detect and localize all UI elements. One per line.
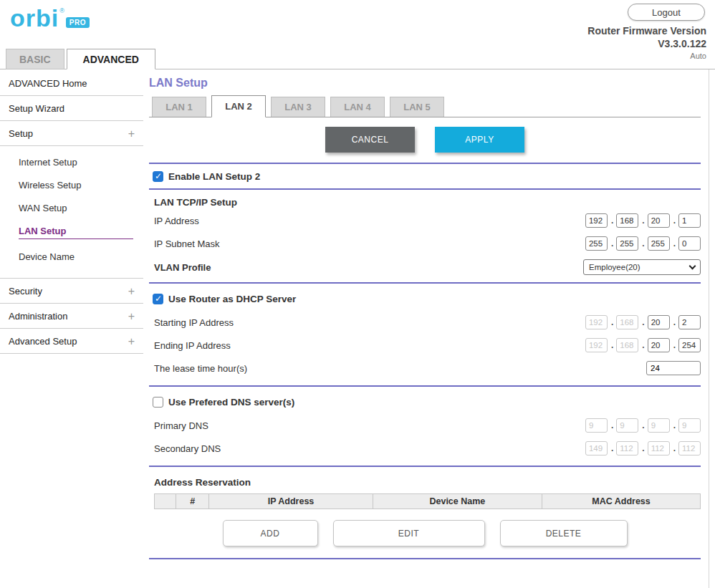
tab-lan-3[interactable]: LAN 3 bbox=[271, 97, 325, 117]
ending-ip-octet-3[interactable] bbox=[678, 338, 701, 352]
starting-ip-octet-2[interactable] bbox=[648, 315, 670, 329]
tab-advanced[interactable]: ADVANCED bbox=[67, 49, 155, 69]
ending-ip-octet-0 bbox=[585, 338, 608, 352]
brand-text: orbi bbox=[10, 4, 59, 32]
ip-address-octet-2[interactable] bbox=[648, 213, 670, 228]
tab-lan-2[interactable]: LAN 2 bbox=[211, 95, 266, 117]
tab-lan-5[interactable]: LAN 5 bbox=[390, 97, 444, 117]
primary-dns-octet-3 bbox=[678, 418, 701, 433]
secondary-dns-label: Secondary DNS bbox=[154, 443, 221, 454]
subnet-octet-1[interactable] bbox=[616, 236, 638, 251]
primary-dns-label: Primary DNS bbox=[154, 420, 208, 431]
octet-dot: . bbox=[642, 216, 644, 226]
reservation-heading: Address Reservation bbox=[149, 467, 701, 489]
plus-icon[interactable]: + bbox=[128, 312, 135, 321]
octet-dot: . bbox=[611, 238, 613, 249]
sidebar: ADVANCED Home Setup Wizard Setup + Inter… bbox=[0, 69, 143, 559]
sidebar-item-advanced-home[interactable]: ADVANCED Home bbox=[0, 71, 143, 96]
plus-icon[interactable]: + bbox=[128, 337, 135, 346]
starting-ip-octet-0 bbox=[585, 315, 608, 329]
octet-dot: . bbox=[642, 317, 644, 327]
octet-dot: . bbox=[642, 420, 644, 430]
secondary-dns-octet-3 bbox=[678, 441, 701, 456]
reservation-buttons: ADD EDIT DELETE bbox=[149, 520, 701, 546]
secondary-dns-octet-2 bbox=[648, 441, 670, 456]
sidebar-item-device-name[interactable]: Device Name bbox=[0, 245, 143, 268]
lan-tabs: LAN 1 LAN 2 LAN 3 LAN 4 LAN 5 bbox=[149, 95, 701, 117]
reservation-header-row: # IP Address Device Name MAC Address bbox=[155, 494, 701, 509]
ip-address-octet-1[interactable] bbox=[616, 213, 638, 228]
subnet-octet-3[interactable] bbox=[678, 236, 701, 251]
add-button[interactable]: ADD bbox=[223, 520, 318, 546]
octet-dot: . bbox=[611, 216, 613, 226]
sidebar-item-administration[interactable]: Administration + bbox=[0, 304, 143, 329]
plus-icon[interactable]: + bbox=[128, 287, 135, 296]
sidebar-item-wan-setup[interactable]: WAN Setup bbox=[0, 196, 143, 219]
tab-basic[interactable]: BASIC bbox=[6, 49, 64, 69]
orbi-logo: orbi ® PRO bbox=[10, 4, 90, 32]
mode-tabs: BASIC ADVANCED bbox=[6, 49, 155, 69]
dhcp-server-row: Use Router as DHCP Server bbox=[149, 284, 701, 311]
dhcp-server-checkbox[interactable] bbox=[153, 294, 163, 304]
edit-button[interactable]: EDIT bbox=[333, 520, 485, 546]
octet-dot: . bbox=[673, 443, 676, 453]
subnet-octet-0[interactable] bbox=[585, 236, 608, 251]
plus-icon[interactable]: + bbox=[128, 130, 135, 138]
secondary-dns-octets: ... bbox=[585, 441, 701, 456]
sidebar-item-label: LAN Setup bbox=[19, 226, 133, 239]
sidebar-item-label: Setup Wizard bbox=[9, 103, 64, 114]
dns-server-checkbox[interactable] bbox=[153, 397, 163, 408]
sidebar-item-label: WAN Setup bbox=[19, 203, 67, 213]
secondary-dns-octet-0 bbox=[585, 441, 608, 456]
ending-ip-octet-1 bbox=[616, 338, 638, 352]
starting-ip-octet-3[interactable] bbox=[678, 315, 701, 329]
secondary-dns-octet-1 bbox=[616, 441, 638, 456]
ending-ip-row: Ending IP Address ... bbox=[149, 334, 701, 357]
cancel-button[interactable]: CANCEL bbox=[325, 127, 415, 153]
sidebar-item-setup[interactable]: Setup + bbox=[0, 121, 143, 146]
octet-dot: . bbox=[673, 420, 676, 430]
enable-lan-label: Enable LAN Setup 2 bbox=[168, 171, 260, 182]
ending-ip-octet-2[interactable] bbox=[648, 338, 670, 352]
sidebar-item-setup-wizard[interactable]: Setup Wizard bbox=[0, 96, 143, 121]
reservation-table: # IP Address Device Name MAC Address bbox=[154, 493, 701, 509]
octet-dot: . bbox=[673, 317, 676, 327]
main-content: LAN Setup LAN 1 LAN 2 LAN 3 LAN 4 LAN 5 … bbox=[143, 69, 715, 559]
starting-ip-label: Starting IP Address bbox=[154, 317, 234, 328]
subnet-octet-2[interactable] bbox=[648, 236, 670, 251]
reservation-col-number: # bbox=[176, 494, 209, 509]
ip-address-octet-0[interactable] bbox=[585, 213, 608, 228]
starting-ip-row: Starting IP Address ... bbox=[149, 311, 701, 334]
sidebar-item-label: Security bbox=[9, 286, 42, 297]
ip-address-label: IP Address bbox=[154, 216, 199, 226]
reservation-col-device: Device Name bbox=[373, 494, 542, 509]
octet-dot: . bbox=[673, 216, 676, 226]
sidebar-item-internet-setup[interactable]: Internet Setup bbox=[0, 150, 143, 173]
sidebar-item-label: Setup bbox=[9, 128, 33, 139]
chevron-down-icon bbox=[689, 262, 696, 269]
apply-button[interactable]: APPLY bbox=[435, 127, 524, 153]
sidebar-item-lan-setup[interactable]: LAN Setup bbox=[0, 219, 143, 245]
octet-dot: . bbox=[642, 443, 644, 453]
sidebar-item-wireless-setup[interactable]: Wireless Setup bbox=[0, 173, 143, 196]
ip-address-row: IP Address ... bbox=[149, 209, 701, 232]
enable-lan-checkbox[interactable] bbox=[153, 171, 163, 182]
ending-ip-label: Ending IP Address bbox=[154, 340, 231, 351]
divider bbox=[149, 558, 701, 559]
ip-address-octet-3[interactable] bbox=[678, 213, 701, 228]
sidebar-item-label: Administration bbox=[9, 311, 67, 322]
lease-time-input[interactable] bbox=[646, 361, 701, 375]
tab-lan-4[interactable]: LAN 4 bbox=[330, 97, 385, 117]
delete-button[interactable]: DELETE bbox=[500, 520, 628, 546]
sidebar-item-label: Device Name bbox=[19, 251, 75, 262]
dhcp-server-label: Use Router as DHCP Server bbox=[168, 294, 296, 304]
sidebar-item-advanced-setup[interactable]: Advanced Setup + bbox=[0, 329, 143, 354]
sidebar-item-security[interactable]: Security + bbox=[0, 279, 143, 304]
octet-dot: . bbox=[611, 420, 613, 430]
tab-lan-1[interactable]: LAN 1 bbox=[152, 97, 206, 117]
octet-dot: . bbox=[611, 317, 613, 327]
primary-dns-octet-2 bbox=[648, 418, 670, 433]
vlan-profile-select[interactable]: Employee(20) bbox=[583, 259, 701, 275]
vlan-profile-row: VLAN Profile Employee(20) bbox=[149, 255, 701, 279]
logout-button[interactable]: Logout bbox=[628, 4, 705, 21]
